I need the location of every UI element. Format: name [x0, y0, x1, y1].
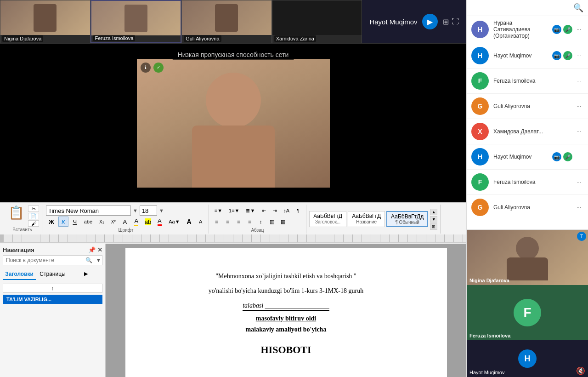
guli-avatar-list: G	[471, 97, 489, 115]
style-scroll-buttons: ▲ ▼ ⊞	[430, 209, 437, 230]
size-dropdown-icon[interactable]: ▼	[159, 208, 164, 213]
text-color-button[interactable]: A	[154, 217, 164, 227]
nav-item-vazirlig[interactable]: TA'LIM VAZIRLIG...	[3, 295, 102, 304]
nigina-small-name: Nigina Djafarova	[469, 278, 509, 283]
hayot-header-strip: Hayot Muqimov ▶ ⊞ ⛶	[362, 0, 466, 43]
more-icon-7[interactable]: ⋯	[574, 177, 583, 187]
hayot-call-btn[interactable]: ▶	[422, 14, 438, 29]
decrease-indent-button[interactable]: ⇤	[259, 206, 269, 216]
teams-search-icon[interactable]: 🔍	[573, 3, 583, 13]
style-title[interactable]: АаБбВвГгД Название	[348, 211, 385, 227]
hayot2-icons: 📷 🎤 ⋯	[552, 152, 583, 161]
grid-icon[interactable]: ⊞	[443, 17, 449, 26]
alignment-row: ≡ ≡ ≡ ≡ ↕ ▥ ▦	[212, 217, 303, 227]
participant-guli[interactable]: G Guli Aliyorovna ⋯	[467, 94, 588, 119]
italic-button[interactable]: К	[58, 217, 68, 227]
paste-button[interactable]: 📋	[6, 206, 27, 227]
participant-feruza2[interactable]: F Feruza Ismoilova ⋯	[467, 170, 588, 195]
numbered-list-button[interactable]: 1≡▼	[226, 206, 242, 216]
align-center-button[interactable]: ≡	[223, 217, 233, 227]
bullet-list-button[interactable]: ≡▼	[212, 206, 225, 216]
search-dropdown[interactable]: ▼	[95, 257, 102, 264]
feruza-small-video: F Feruza Ismoilova	[467, 285, 588, 340]
participant-hamidova[interactable]: Х Хамидова Давлат... ⋯	[467, 119, 588, 144]
paragraph-section: ≡▼ 1≡▼ ≣▼ ⇤ ⇥ ↕A ¶ ≡ ≡ ≡ ≡	[209, 205, 306, 234]
style-normal[interactable]: АаБбВвГтДд ¶ Обычный	[386, 211, 428, 227]
format-painter-button[interactable]: 🖌	[28, 220, 39, 227]
style-scroll-up[interactable]: ▲	[430, 209, 437, 215]
change-case-button[interactable]: Aa▼	[166, 217, 182, 227]
participant-feruza[interactable]: F Feruza Ismoilova ⋯	[467, 69, 588, 94]
align-right-button[interactable]: ≡	[234, 217, 244, 227]
nav-tab-results[interactable]: ▶	[69, 269, 102, 280]
superscript-button[interactable]: X²	[108, 217, 119, 227]
show-marks-button[interactable]: ¶	[293, 206, 303, 216]
sort-button[interactable]: ↕A	[281, 206, 292, 216]
font-color-button[interactable]: А	[131, 217, 141, 227]
more-icon-5[interactable]: ⋯	[574, 127, 583, 136]
style-heading[interactable]: АаБбВвГгД Заголовок...	[309, 211, 346, 227]
hayot-video-name: Hayot Muqimov	[469, 370, 504, 375]
participant-hayot2[interactable]: H Hayot Muqimov 📷 🎤 ⋯	[467, 144, 588, 170]
strikethrough-button[interactable]: abe	[81, 217, 95, 227]
subscript-button[interactable]: X₂	[96, 217, 107, 227]
style-title-text: АаБбВвГгД	[352, 213, 381, 219]
font-name-input[interactable]	[46, 206, 131, 216]
video-thumb-xamidova[interactable]: Xamidova Zarina	[272, 0, 362, 43]
nav-tab-headings[interactable]: Заголовки	[3, 269, 36, 280]
doc-content-area: "Mehmonxona xo`jaligini tashkil etish va…	[106, 244, 466, 377]
more-icon-3[interactable]: ⋯	[574, 76, 583, 86]
increase-indent-button[interactable]: ⇥	[270, 206, 280, 216]
search-box[interactable]: 🔍 ▼	[3, 255, 102, 265]
more-icon-4[interactable]: ⋯	[574, 102, 583, 111]
hayot-icons: 📷 🎤 ⋯	[552, 51, 583, 60]
align-left-button[interactable]: ≡	[212, 217, 222, 227]
right-panel: 🔍 Н Нурана Сативалдиева (Организатор) 📷 …	[466, 0, 588, 377]
list-buttons-row: ≡▼ 1≡▼ ≣▼ ⇤ ⇥ ↕A ¶	[212, 206, 303, 216]
video-name-guli: Guli Aliyorovna	[184, 35, 221, 42]
font-dropdown-icon[interactable]: ▼	[133, 208, 138, 213]
participant-hayot[interactable]: H Hayot Muqimov 📷 🎤 ⋯	[467, 43, 588, 69]
bottom-right-videos: T Nigina Djafarova F Feruza Ismoilova H …	[467, 229, 588, 377]
clear-format-button[interactable]: A	[120, 217, 130, 227]
teams-right-header: 🔍	[467, 0, 588, 16]
video-thumb-feruza[interactable]: Feruza Ismoilova	[90, 0, 182, 43]
more-icon-8[interactable]: ⋯	[574, 203, 583, 212]
nav-close-icon[interactable]: ✕	[97, 246, 102, 253]
more-icon-6[interactable]: ⋯	[574, 152, 583, 161]
hayot-strip-name: Hayot Muqimov	[369, 18, 417, 26]
nav-tab-pages[interactable]: Страницы	[36, 269, 69, 280]
doc-page: "Mehmonxona xo`jaligini tashkil etish va…	[125, 248, 447, 377]
participant-organizer[interactable]: Н Нурана Сативалдиева (Организатор) 📷 🎤 …	[467, 16, 588, 43]
style-scroll-down[interactable]: ▼	[430, 216, 437, 223]
cut-button[interactable]: ✂	[28, 206, 39, 212]
video-thumb-nigina[interactable]: Nigina Djafarova	[0, 0, 90, 43]
fullscreen-icon[interactable]: ⛶	[452, 17, 459, 26]
nav-item-arrow[interactable]: ↑	[3, 284, 102, 293]
shrink-font-button[interactable]: A	[196, 217, 206, 227]
hayot-video-box: H Hayot Muqimov 🔇	[467, 340, 588, 377]
info-icon[interactable]: ℹ	[141, 63, 151, 73]
ruler	[0, 234, 466, 243]
style-more-button[interactable]: ⊞	[430, 223, 437, 230]
grow-font-button[interactable]: A	[184, 217, 194, 227]
nav-pin-icon[interactable]: 📌	[88, 246, 96, 253]
multilevel-list-button[interactable]: ≣▼	[243, 206, 258, 216]
search-input[interactable]	[3, 256, 83, 265]
justify-button[interactable]: ≡	[245, 217, 255, 227]
font-size-input[interactable]	[140, 206, 157, 216]
underline-button[interactable]: Ч	[70, 217, 80, 227]
more-icon-2[interactable]: ⋯	[574, 51, 583, 60]
text-highlight-button[interactable]: ab	[142, 217, 154, 227]
video-thumb-guli[interactable]: Guli Aliyorovna	[181, 0, 272, 43]
style-normal-sub: ¶ Обычный	[391, 220, 424, 225]
participant-guli2[interactable]: G Guli Aliyorovna ⋯	[467, 195, 588, 220]
bold-button[interactable]: Ж	[46, 217, 57, 227]
borders-button[interactable]: ▦	[278, 217, 288, 227]
copy-button[interactable]: 📄	[28, 213, 39, 219]
shading-button[interactable]: ▥	[267, 217, 277, 227]
search-button[interactable]: 🔍	[83, 256, 95, 265]
guli2-icons: ⋯	[574, 203, 583, 212]
more-icon-1[interactable]: ⋯	[574, 25, 583, 34]
line-spacing-button[interactable]: ↕	[256, 217, 266, 227]
